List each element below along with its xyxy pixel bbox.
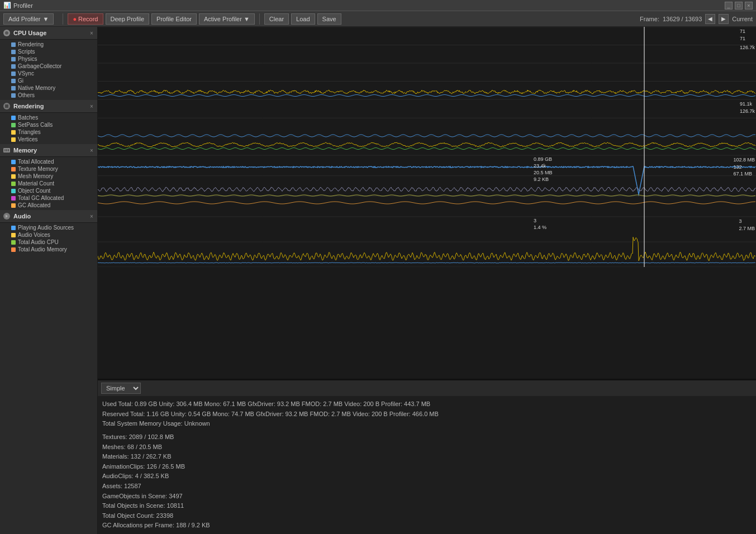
- status-area: Used Total: 0.89 GB Unity: 306.4 MB Mono…: [98, 396, 756, 534]
- rendering-close-button[interactable]: ×: [88, 103, 95, 109]
- frame-value: 13629 / 13693: [663, 16, 702, 22]
- render-label-1: 91.1k: [740, 101, 755, 108]
- cpu-icon: [2, 28, 11, 37]
- list-item: Others: [0, 92, 97, 99]
- cpu-items: Rendering Scripts Physics GarbageCollect…: [0, 40, 97, 100]
- batches-label: Batches: [18, 115, 38, 121]
- list-item: Mesh Memory: [0, 173, 97, 180]
- texture-mem-label: Texture Memory: [18, 166, 58, 172]
- frame-label: Frame:: [640, 16, 659, 22]
- add-profiler-button[interactable]: Add Profiler ▼: [3, 13, 54, 25]
- gc-alloc-dot: [11, 203, 16, 208]
- total-gc-alloc-label: Total GC Allocated: [18, 195, 64, 201]
- list-item: Native Memory: [0, 84, 97, 92]
- reserved-total-row: Reserved Total: 1.16 GB Unity: 0.54 GB M…: [102, 409, 752, 419]
- profile-editor-button[interactable]: Profile Editor: [151, 13, 197, 25]
- cpu-label-2: 71: [740, 35, 755, 42]
- close-button[interactable]: ×: [745, 2, 753, 9]
- total-audio-mem-label: Total Audio Memory: [18, 246, 67, 252]
- save-button[interactable]: Save: [317, 13, 341, 25]
- memory-section: Memory × Total Allocated Texture Memory …: [0, 144, 97, 210]
- memory-items: Total Allocated Texture Memory Mesh Memo…: [0, 157, 97, 210]
- audio-chart-section[interactable]: 3 2.7 MB 3 1.4 %: [98, 217, 756, 267]
- rendering-chart-labels: 91.1k 126.7k: [740, 101, 755, 115]
- audio-close-button[interactable]: ×: [88, 213, 95, 220]
- right-panel: 71 71 126.7k 91.1k 126.7k 102.8 MB 132: [98, 27, 756, 534]
- current-label: Current: [732, 16, 753, 22]
- playing-audio-dot: [11, 226, 16, 230]
- title-bar-controls: _ □ ×: [725, 2, 753, 9]
- game-objects-row: GameObjects in Scene: 3497: [102, 492, 752, 502]
- physics-dot: [11, 57, 16, 61]
- memory-close-button[interactable]: ×: [88, 147, 95, 154]
- rendering-section-header[interactable]: Rendering ×: [0, 100, 97, 113]
- svg-rect-5: [4, 149, 6, 151]
- rendering-chart-section[interactable]: 91.1k 126.7k: [98, 99, 756, 155]
- deep-profile-label: Deep Profile: [111, 16, 145, 22]
- rendering-items: Batches SetPass Calls Triangles Vertices: [0, 113, 97, 144]
- title-bar-title: Profiler: [13, 2, 33, 9]
- load-label: Load: [296, 16, 310, 22]
- memory-section-header[interactable]: Memory ×: [0, 144, 97, 157]
- cpu-close-button[interactable]: ×: [88, 30, 95, 36]
- audio-section-header[interactable]: Audio ×: [0, 210, 97, 223]
- audio-header-left: Audio: [2, 212, 31, 221]
- object-count-label: Object Count: [18, 188, 50, 194]
- cpu-chart-section[interactable]: 71 71 126.7k: [98, 27, 756, 99]
- playing-audio-label: Playing Audio Sources: [18, 225, 74, 231]
- maximize-button[interactable]: □: [735, 2, 743, 9]
- gc-label: GarbageCollector: [18, 63, 61, 69]
- svg-rect-6: [6, 149, 7, 151]
- cpu-label-3: 126.7k: [740, 44, 755, 51]
- setpass-label: SetPass Calls: [18, 122, 53, 128]
- others-dot: [11, 93, 16, 98]
- rendering-header-left: Rendering: [2, 102, 44, 111]
- list-item: Batches: [0, 114, 97, 121]
- vsync-dot: [11, 71, 16, 76]
- mem-label-23k: 23.4k: [534, 163, 546, 169]
- clear-button[interactable]: Clear: [264, 13, 289, 25]
- audio-clips-row: AudioClips: 4 / 382.5 KB: [102, 471, 752, 481]
- audio-label-1: 3: [739, 218, 755, 225]
- profile-editor-label: Profile Editor: [156, 16, 192, 22]
- list-item: Total Audio Memory: [0, 246, 97, 253]
- frame-prev-button[interactable]: ◀: [705, 14, 715, 24]
- material-count-label: Material Count: [18, 180, 54, 187]
- frame-next-button[interactable]: ▶: [719, 14, 729, 24]
- active-profiler-button[interactable]: Active Profiler ▼: [199, 13, 255, 25]
- physics-label: Physics: [18, 56, 37, 62]
- record-label: Record: [78, 16, 98, 22]
- memory-chart-section[interactable]: 102.8 MB 132 67.1 MB 0.89 GB 23.4k 20.5 …: [98, 155, 756, 217]
- cpu-chart: [98, 27, 756, 99]
- rendering-dot: [11, 42, 16, 47]
- list-item: Texture Memory: [0, 165, 97, 173]
- toolbar: Add Profiler ▼ ● Record Deep Profile Pro…: [0, 11, 756, 27]
- main-content: CPU Usage × Rendering Scripts Physics: [0, 27, 756, 534]
- cpu-section-header[interactable]: CPU Usage ×: [0, 27, 97, 40]
- rendering-section: Rendering × Batches SetPass Calls Triang…: [0, 100, 97, 144]
- minimize-button[interactable]: _: [725, 2, 733, 9]
- deep-profile-button[interactable]: Deep Profile: [106, 13, 150, 25]
- total-audio-mem-dot: [11, 247, 16, 252]
- record-button[interactable]: ● Record: [68, 13, 103, 25]
- svg-rect-3: [5, 104, 8, 108]
- total-audio-cpu-dot: [11, 240, 16, 245]
- list-item: Audio Voices: [0, 231, 97, 239]
- mesh-mem-label: Mesh Memory: [18, 173, 53, 179]
- list-item: Total Allocated: [0, 158, 97, 165]
- scripts-label: Scripts: [18, 49, 35, 55]
- view-selector: Simple Detailed: [98, 380, 756, 396]
- rendering-section-title: Rendering: [13, 103, 44, 109]
- load-button[interactable]: Load: [291, 13, 315, 25]
- list-item: Scripts: [0, 48, 97, 55]
- gi-label: Gi: [18, 78, 23, 84]
- total-object-count-row: Total Object Count: 23398: [102, 511, 752, 521]
- toolbar-separator-1: [63, 13, 63, 25]
- native-mem-label: Native Memory: [18, 85, 55, 91]
- gi-dot: [11, 79, 16, 83]
- audio-label-peak-1: 3: [534, 218, 536, 223]
- view-select[interactable]: Simple Detailed: [101, 383, 141, 394]
- rendering-chart: [98, 99, 756, 155]
- list-item: Total GC Allocated: [0, 194, 97, 202]
- title-bar-icon: 📊: [3, 2, 11, 9]
